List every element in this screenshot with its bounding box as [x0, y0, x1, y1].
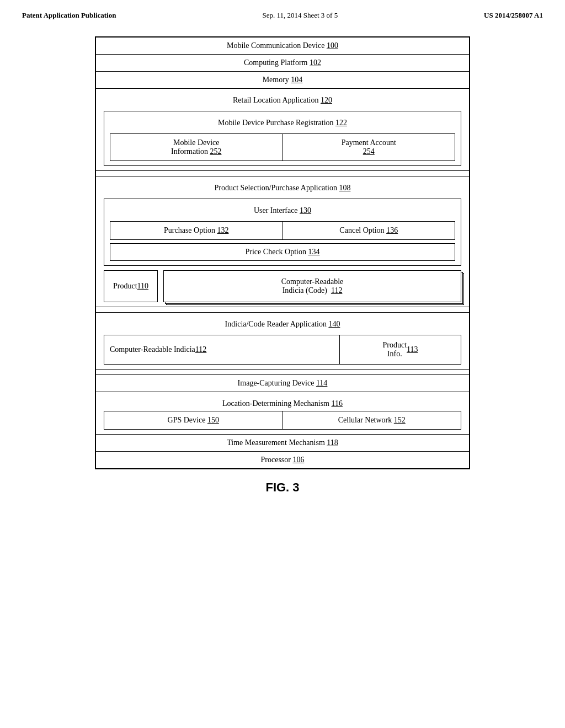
price-check-box: Price Check Option 134	[110, 243, 455, 261]
location-columns: GPS Device 150 Cellular Network 152	[104, 411, 461, 430]
comp-readable-indicia-box: Computer-Readable Indicia 112	[104, 335, 340, 365]
memory-label: Memory 104	[96, 72, 469, 89]
gap-row-3	[96, 370, 469, 375]
computer-readable-stack: Computer-ReadableIndicia (Code) 112	[163, 270, 461, 302]
indicia-reader-label: Indicia/Code Reader Application 140	[104, 317, 461, 331]
header-center: Sep. 11, 2014 Sheet 3 of 5	[262, 11, 338, 20]
product-selection-section: Product Selection/Purchase Application 1…	[96, 176, 469, 307]
mobile-communication-device-label: Mobile Communication Device 100	[96, 38, 469, 55]
location-label: Location-Determining Mechanism 116	[104, 397, 461, 411]
page: Patent Application Publication Sep. 11, …	[0, 0, 565, 728]
purchase-option-box: Purchase Option 132	[110, 221, 283, 240]
figure-label: FIG. 3	[265, 480, 299, 495]
gap-row-2	[96, 307, 469, 313]
product-info-box: ProductInfo. 113	[340, 335, 461, 365]
gap-row-1	[96, 171, 469, 176]
indicia-reader-section: Indicia/Code Reader Application 140 Comp…	[96, 313, 469, 370]
mobile-device-info-box: Mobile DeviceInformation 252	[110, 133, 283, 161]
cellular-network-box: Cellular Network 152	[283, 411, 462, 430]
gps-device-box: GPS Device 150	[104, 411, 283, 430]
location-section: Location-Determining Mechanism 116 GPS D…	[96, 392, 469, 435]
user-interface-label: User Interface 130	[110, 204, 455, 218]
header-left: Patent Application Publication	[22, 11, 116, 20]
payment-account-box: Payment Account254	[283, 133, 456, 161]
header-right: US 2014/258007 A1	[484, 11, 543, 20]
indicia-reader-row: Computer-Readable Indicia 112 ProductInf…	[104, 335, 461, 365]
product-selection-label: Product Selection/Purchase Application 1…	[104, 181, 461, 195]
image-capturing-label: Image-Capturing Device 114	[96, 375, 469, 392]
registration-columns: Mobile DeviceInformation 252 Payment Acc…	[110, 133, 455, 161]
retail-app-label: Retail Location Application 120	[104, 93, 461, 108]
computer-readable-box: Computer-ReadableIndicia (Code) 112	[163, 270, 461, 302]
product-box: Product 110	[104, 270, 158, 302]
processor-label: Processor 106	[96, 452, 469, 468]
product-indicia-row: Product 110 Computer-ReadableIndicia (Co…	[104, 270, 461, 302]
user-interface-container: User Interface 130 Purchase Option 132 C…	[104, 199, 461, 266]
page-header: Patent Application Publication Sep. 11, …	[22, 11, 543, 20]
cancel-option-box: Cancel Option 136	[283, 221, 456, 240]
purchase-reg-container: Mobile Device Purchase Registration 122 …	[104, 111, 461, 166]
computing-platform-label: Computing Platform 102	[96, 55, 469, 72]
time-measurement-label: Time Measurement Mechanism 118	[96, 435, 469, 452]
retail-app-section: Retail Location Application 120 Mobile D…	[96, 89, 469, 171]
options-columns: Purchase Option 132 Cancel Option 136	[110, 221, 455, 240]
main-diagram: Mobile Communication Device 100 Computin…	[95, 36, 470, 469]
purchase-reg-label: Mobile Device Purchase Registration 122	[110, 116, 455, 130]
